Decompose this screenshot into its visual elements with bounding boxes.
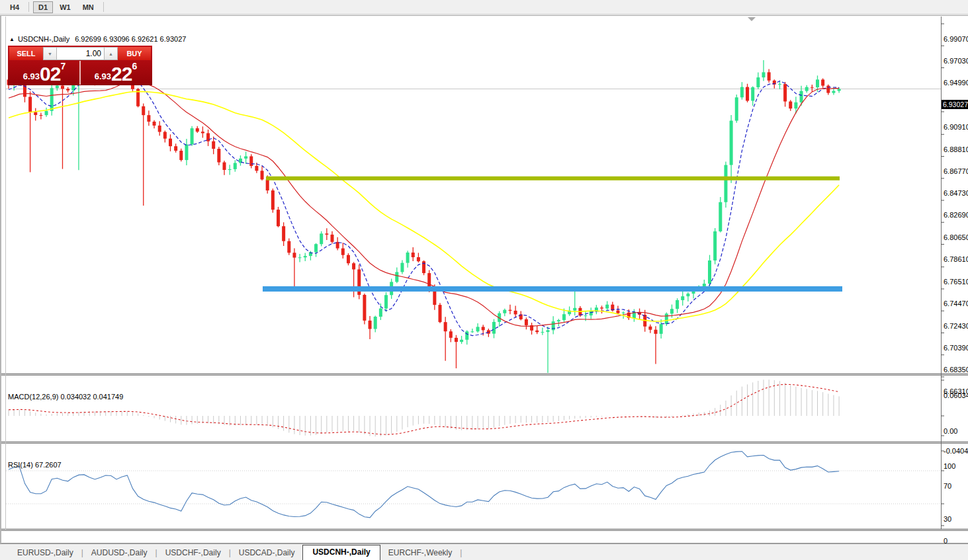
candle-body (676, 300, 679, 309)
timeframe-toolbar: H4D1W1MN (0, 0, 968, 15)
candle-body (730, 121, 733, 165)
candle-body (514, 311, 517, 315)
price-axis-label: 6.86770 (944, 167, 968, 176)
candle-body (158, 126, 161, 132)
candle-body (244, 156, 247, 158)
candle-body (282, 226, 285, 241)
candle-body (476, 327, 480, 331)
timeframe-button-d1[interactable]: D1 (33, 1, 53, 13)
candle-body (174, 146, 177, 151)
tab-eurusd-daily[interactable]: EURUSD-,Daily (9, 546, 81, 560)
candle-body (605, 305, 609, 309)
price-axis-label: 6.70390 (944, 344, 968, 352)
candle-body (271, 190, 275, 210)
tab-usdcnh-daily[interactable]: USDCNH-,Daily (302, 545, 380, 560)
candle-body (562, 314, 566, 320)
sell-price-display[interactable]: 6.93027 (9, 61, 79, 85)
buy-price-point: 6 (132, 62, 137, 70)
price-axis-label: 6.68350 (944, 366, 968, 374)
price-axis-label: 6.99070 (944, 35, 968, 44)
candle-body (535, 331, 539, 332)
candle-body (703, 284, 706, 286)
candle-body (573, 308, 576, 311)
candle-body (746, 87, 749, 101)
candle-body (756, 77, 760, 87)
candle-body (363, 295, 366, 321)
hline-resistance[interactable] (266, 177, 840, 180)
candle-body (45, 111, 48, 115)
candle-body (395, 272, 398, 282)
candle-body (34, 112, 37, 115)
timeframe-button-h4[interactable]: H4 (5, 1, 24, 13)
candle-body (482, 327, 485, 330)
candle-body (147, 115, 150, 122)
buy-price-display[interactable]: 6.93226 (81, 61, 151, 85)
price-axis-label: 6.74470 (944, 300, 968, 308)
price-axis-label: 6.97030 (944, 57, 968, 65)
buy-button[interactable]: BUY (118, 47, 151, 60)
candle-body (417, 257, 420, 261)
candle-body (665, 313, 668, 324)
candle-body (832, 91, 835, 93)
candle-body (169, 139, 172, 146)
candle-body (648, 327, 652, 330)
candle-body (762, 72, 766, 77)
toolbar-separator (28, 2, 29, 12)
volume-increase-button[interactable]: ▲ (104, 47, 118, 60)
candle-body (590, 311, 593, 315)
candle-body (352, 263, 355, 269)
candle-body (508, 310, 511, 311)
chart-window: ▲USDCNH-,Daily6.92699 6.93096 6.92621 6.… (0, 15, 968, 543)
candle-body (384, 295, 388, 308)
candle-body (686, 294, 689, 296)
one-click-trade-panel: SELL ▼ ▲ BUY 6.93027 6.93226 (8, 46, 152, 85)
volume-input[interactable] (57, 47, 104, 60)
rsi-axis-label: 30 (944, 515, 968, 524)
timeframe-button-mn[interactable]: MN (77, 1, 99, 13)
rsi-axis-label: 100 (944, 462, 968, 471)
candle-body (654, 330, 658, 334)
candle-body (314, 244, 318, 252)
sell-price-point: 7 (60, 62, 66, 70)
candle-body (449, 331, 453, 338)
tab-separator: | (460, 548, 462, 560)
sell-button[interactable]: SELL (9, 47, 43, 60)
candle-body (56, 86, 59, 89)
candle-body (347, 255, 350, 263)
candle-body (292, 253, 296, 257)
chevron-up-icon: ▲ (109, 52, 113, 56)
tab-eurchf-weekly[interactable]: EURCHF-,Weekly (380, 546, 460, 560)
candle-body (287, 241, 290, 253)
sell-price-prefix: 6.93 (23, 70, 40, 83)
candle-body (427, 273, 431, 287)
chart-header: ▲USDCNH-,Daily6.92699 6.93096 6.92621 6.… (9, 35, 186, 44)
candle-body (163, 132, 167, 138)
candle-body (557, 320, 560, 321)
tab-usdchf-daily[interactable]: USDCHF-,Daily (157, 546, 229, 560)
hline-support[interactable] (263, 286, 842, 292)
candle-body (439, 305, 442, 322)
price-axis-label: 6.78610 (944, 255, 968, 264)
volume-decrease-button[interactable]: ▼ (43, 47, 57, 60)
candle-body (66, 89, 69, 91)
candle-body (217, 149, 220, 163)
candle-body (228, 169, 232, 170)
candle-body (821, 79, 824, 85)
candle-body (616, 311, 619, 313)
price-axis-label: 6.82690 (944, 211, 968, 220)
tab-usdcad-daily[interactable]: USDCAD-,Daily (231, 546, 303, 560)
candle-body (670, 309, 674, 313)
candle-body (838, 89, 841, 91)
candle-body (778, 84, 781, 85)
macd-axis-label: 0.060342 (944, 391, 968, 400)
collapse-panel-icon[interactable]: ▲ (9, 36, 15, 42)
candle-body (304, 256, 307, 257)
tab-audusd-daily[interactable]: AUDUSD-,Daily (83, 546, 155, 560)
timeframe-button-w1[interactable]: W1 (54, 1, 76, 13)
candle-body (374, 317, 377, 329)
candle-body (794, 102, 797, 108)
candle-body (206, 133, 210, 141)
candle-body (708, 260, 711, 284)
chevron-down-icon: ▼ (48, 52, 52, 56)
chart-canvas[interactable] (1, 16, 968, 544)
